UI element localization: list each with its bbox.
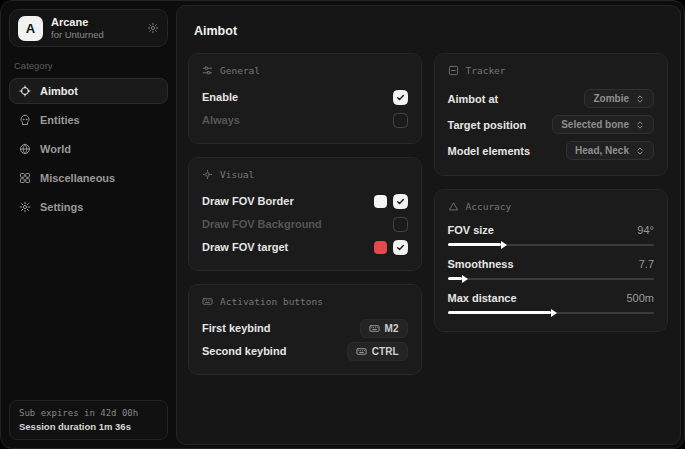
always-row: Always [202,109,408,131]
sidebar-item-label: Aimbot [40,85,78,97]
row-controls [393,217,408,232]
dropdown-value: Zombie [593,93,629,104]
aimbot-at-row: Aimbot at Zombie [448,86,655,111]
general-card-header: General [202,65,408,76]
brand-logo: A [18,16,43,41]
sliders-icon [202,65,213,76]
row-label: Model elements [448,145,531,157]
brand-card: A Arcane for Unturned [9,9,168,47]
draw-fov-border-row: Draw FOV Border [202,190,408,212]
fov-border-checkbox[interactable] [393,194,408,209]
dropdown-value: Head, Neck [575,145,629,156]
sidebar-item-settings[interactable]: Settings [9,194,168,220]
keybind-value: CTRL [372,346,399,357]
card-title: Accuracy [466,201,512,212]
main-panel: Aimbot General [176,5,681,445]
sidebar-item-miscellaneous[interactable]: Miscellaneous [9,165,168,191]
slider-fill-and-thumb [448,243,502,246]
card-title: Activation buttons [220,296,323,307]
smoothness-value: 7.7 [639,258,654,270]
app-window: A Arcane for Unturned Category Aimbot [0,0,685,449]
fov-target-color-swatch[interactable] [374,241,387,254]
gear-icon[interactable] [147,22,159,34]
card-title: Visual [220,169,254,180]
row-label: Draw FOV Border [202,195,294,207]
brand-name: Arcane [51,16,104,28]
activation-buttons-card: Activation buttons First keybind M2 [188,284,422,375]
fov-border-color-swatch[interactable] [374,195,387,208]
page-title: Aimbot [194,24,668,38]
enable-row: Enable [202,86,408,108]
row-controls [374,194,408,209]
slider-track [448,278,655,280]
always-checkbox[interactable] [393,113,408,128]
brand-text: Arcane for Unturned [51,16,104,40]
first-keybind-row: First keybind M2 [202,317,408,339]
draw-fov-background-row: Draw FOV Background [202,213,408,235]
sidebar-item-label: Entities [40,114,80,126]
tracker-card: Tracker Aimbot at Zombie Target position [434,53,669,176]
row-label: Enable [202,91,238,103]
gear-icon [19,201,31,213]
fov-size-value: 94° [637,224,654,236]
max-distance-row: Max distance 500m [448,290,655,319]
model-elements-dropdown[interactable]: Head, Neck [566,141,654,160]
right-column: Tracker Aimbot at Zombie Target position [434,53,669,332]
general-card: General Enable Always [188,53,422,144]
row-label: Aimbot at [448,93,499,105]
accuracy-card: Accuracy FOV size 94° [434,189,669,332]
visual-icon [202,169,213,180]
fov-size-slider[interactable] [448,238,655,251]
session-duration-text: Session duration 1m 36s [19,421,158,432]
slider-fill-and-thumb [448,277,462,280]
chevrons-up-down-icon [635,94,645,104]
visual-card-header: Visual [202,169,408,180]
sidebar-item-world[interactable]: World [9,136,168,162]
model-elements-row: Model elements Head, Neck [448,138,655,163]
draw-fov-target-row: Draw FOV target [202,236,408,258]
second-keybind-row: Second keybind CTRL [202,340,408,362]
slider-fill-and-thumb [448,311,551,314]
activation-card-header: Activation buttons [202,296,408,307]
visual-card: Visual Draw FOV Border Draw FOV Backgrou… [188,157,422,271]
sidebar-item-label: Miscellaneous [40,172,115,184]
target-position-row: Target position Selected bone [448,112,655,137]
grid-icon [19,172,31,184]
tracker-card-header: Tracker [448,65,655,76]
row-label: Draw FOV target [202,241,288,253]
aimbot-at-dropdown[interactable]: Zombie [584,89,654,108]
keyboard-icon [202,296,213,307]
enable-checkbox[interactable] [393,90,408,105]
subscription-info-box: Sub expires in 42d 00h Session duration … [9,400,168,440]
fov-background-checkbox[interactable] [393,217,408,232]
max-distance-value: 500m [626,292,654,304]
brand-subtitle: for Unturned [51,29,104,40]
fov-target-checkbox[interactable] [393,240,408,255]
sidebar-item-label: World [40,143,71,155]
target-position-dropdown[interactable]: Selected bone [552,115,654,134]
smoothness-row: Smoothness 7.7 [448,256,655,285]
fov-size-row: FOV size 94° [448,222,655,251]
row-label: Second keybind [202,345,286,357]
chevrons-up-down-icon [635,146,645,156]
max-distance-slider[interactable] [448,306,655,319]
first-keybind-button[interactable]: M2 [360,319,408,338]
row-controls [374,240,408,255]
left-column: General Enable Always [188,53,422,375]
accuracy-card-header: Accuracy [448,201,655,212]
delta-icon [448,201,459,212]
smoothness-slider[interactable] [448,272,655,285]
row-label: FOV size [448,224,494,236]
keybind-value: M2 [385,323,399,334]
row-label: Max distance [448,292,517,304]
entities-skull-icon [19,114,31,126]
row-label: Target position [448,119,527,131]
dropdown-value: Selected bone [561,119,629,130]
sub-expiry-text: Sub expires in 42d 00h [19,408,158,418]
card-title: General [220,65,260,76]
globe-icon [19,143,31,155]
second-keybind-button[interactable]: CTRL [347,342,408,361]
sidebar-item-entities[interactable]: Entities [9,107,168,133]
tracker-icon [448,65,459,76]
sidebar-item-aimbot[interactable]: Aimbot [9,78,168,104]
